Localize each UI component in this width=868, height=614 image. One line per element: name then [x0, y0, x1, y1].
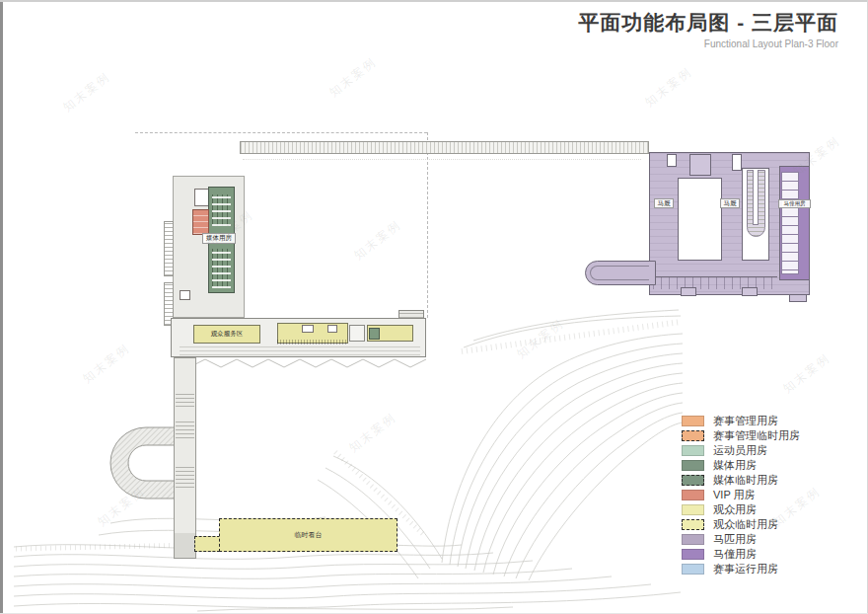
stall-partition-row	[653, 276, 777, 289]
stable-courtyard-left	[678, 178, 722, 261]
legend-swatch	[682, 445, 704, 456]
stable-top-notch-right	[732, 154, 742, 171]
media-furniture-lower	[212, 249, 231, 288]
stable-porch-left	[681, 287, 696, 296]
stable-porch-far-right	[789, 294, 807, 302]
legend-item: 赛事管理临时用房	[682, 430, 800, 441]
legend-item: 马僮用房	[682, 549, 800, 560]
cluster-room-b	[327, 325, 337, 333]
temporary-stand-label: 临时看台	[295, 530, 323, 540]
legend-label: 媒体用房	[713, 460, 757, 471]
vip-block	[192, 209, 209, 235]
legend-label: 马匹用房	[713, 534, 757, 545]
south-corridor-stair-1	[176, 393, 194, 407]
legend-item: 媒体临时用房	[682, 475, 800, 486]
temporary-stand: 临时看台	[219, 518, 398, 552]
legend-label: 赛事管理用房	[713, 416, 778, 426]
small-shaft-room	[180, 290, 190, 300]
stable-label-left: 马厩	[654, 198, 674, 208]
stable-label-right: 马厩	[720, 198, 740, 208]
spectator-service-label: 观众服务区	[211, 330, 244, 339]
west-stair-upper	[164, 221, 174, 276]
groom-room-label: 马僮用房	[778, 199, 811, 208]
floor-plan-sheet: 马厩 马厩 马僮用房 媒体用房 观众服务区 临时看台 平面功能布局图 - 三层平…	[0, 0, 868, 614]
legend-swatch	[682, 534, 704, 545]
legend-item: 马匹用房	[682, 534, 800, 545]
media-chip-room	[369, 328, 380, 340]
legend-swatch	[682, 490, 704, 500]
title-block: 平面功能布局图 - 三层平面 Functional Layout Plan-3 …	[578, 9, 838, 49]
legend-swatch	[682, 475, 704, 486]
legend-item: 观众临时用房	[682, 519, 800, 530]
contour-lines-right	[442, 310, 683, 580]
legend-swatch	[682, 564, 704, 575]
legend-swatch	[682, 519, 704, 530]
legend: 赛事管理用房 赛事管理临时用房 运动员用房 媒体用房 媒体临时用房 VIP 用房…	[682, 416, 800, 575]
stable-top-notch-left	[667, 154, 677, 167]
stable-porch-right	[742, 287, 758, 296]
media-furniture-upper	[212, 194, 231, 226]
legend-label: 观众临时用房	[713, 519, 778, 530]
legend-label: 运动员用房	[713, 445, 767, 456]
stable-vestibule	[689, 154, 711, 176]
spectator-service-room: 观众服务区	[193, 325, 260, 344]
stable-access-corridor-track	[590, 266, 649, 280]
grandstand-core-room	[349, 325, 365, 342]
cluster-room-a	[302, 325, 314, 333]
legend-swatch	[682, 416, 704, 426]
legend-label: 观众用房	[713, 504, 757, 515]
legend-item: 赛事管理用房	[682, 416, 800, 426]
site-boundary-dashed-right	[427, 132, 428, 318]
legend-item: 媒体用房	[682, 460, 800, 471]
legend-label: 媒体临时用房	[713, 475, 778, 486]
legend-swatch	[682, 549, 704, 560]
south-corridor-stair-3	[176, 464, 194, 488]
grandstand-roof-stair	[398, 310, 424, 319]
south-corridor-foot	[175, 533, 195, 558]
stable-ramp-gap	[753, 170, 759, 225]
legend-label: 赛事运行用房	[713, 564, 778, 575]
legend-item: 赛事运行用房	[682, 564, 800, 575]
legend-item: 运动员用房	[682, 445, 800, 456]
south-corridor-stair-2	[176, 419, 194, 438]
media-room-label: 媒体用房	[202, 233, 236, 244]
page-subtitle: Functional Layout Plan-3 Floor	[578, 38, 838, 49]
site-boundary-dashed-top	[135, 132, 427, 133]
seating-tier-lines	[180, 345, 420, 355]
legend-label: VIP 用房	[713, 490, 756, 500]
legend-label: 赛事管理临时用房	[713, 430, 800, 441]
legend-swatch	[682, 460, 704, 471]
column-grid-line	[243, 159, 641, 160]
legend-swatch	[682, 504, 704, 515]
legend-item: 观众用房	[682, 504, 800, 515]
legend-swatch	[682, 430, 704, 441]
canopy-strip	[240, 141, 649, 154]
page-title: 平面功能布局图 - 三层平面	[578, 9, 838, 37]
u-turn-ramp	[110, 427, 176, 499]
grandstand-zigzag-line	[174, 359, 426, 367]
legend-item: VIP 用房	[682, 490, 800, 500]
temporary-stand-extension	[194, 536, 220, 552]
legend-label: 马僮用房	[713, 549, 757, 560]
groom-room-cells	[781, 172, 799, 274]
south-corridor	[174, 357, 196, 559]
